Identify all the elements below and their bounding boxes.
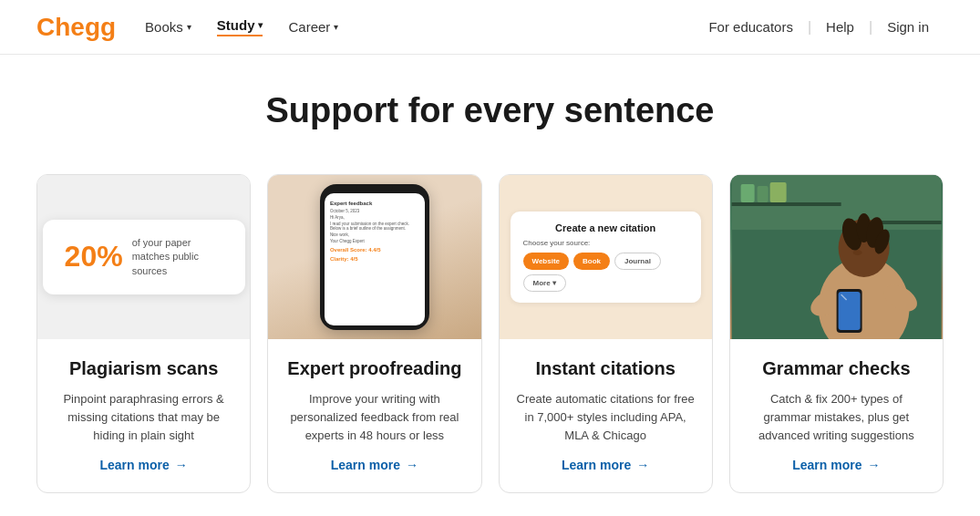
phone-line-5: Your Chegg Expert — [330, 239, 419, 243]
svg-rect-4 — [740, 184, 754, 202]
nav-help[interactable]: Help — [811, 19, 869, 35]
phone-hand-wrap: Expert feedback October 5, 2023 Hi Arya,… — [268, 175, 480, 339]
books-chevron: ▾ — [187, 22, 191, 32]
phone-line-3: I read your submission on the expert che… — [330, 222, 419, 231]
citation-box-title: Create a new citation — [523, 222, 688, 233]
career-chevron: ▾ — [334, 22, 338, 32]
citations-desc: Create automatic citations for free in 7… — [516, 390, 696, 445]
phone-clarity: Clarity: 4/5 — [330, 256, 419, 262]
citations-card-image: Create a new citation Choose your source… — [500, 175, 712, 339]
percent-description: of your paper matches public sources — [132, 236, 223, 278]
plagiarism-title: Plagiarism scans — [54, 357, 233, 379]
grammar-photo-svg — [730, 175, 943, 339]
proofreading-arrow-icon: → — [406, 458, 418, 472]
grammar-arrow-icon: → — [868, 458, 881, 472]
proofreading-card-image: Expert feedback October 5, 2023 Hi Arya,… — [268, 175, 480, 339]
citation-journal-btn[interactable]: Journal — [614, 253, 661, 270]
study-chevron: ▾ — [258, 20, 263, 30]
navbar: Chegg Books ▾ Study ▾ Career ▾ For educa… — [0, 0, 980, 55]
proofreading-title: Expert proofreading — [284, 357, 464, 379]
citations-arrow-icon: → — [636, 458, 649, 472]
nav-career[interactable]: Career ▾ — [288, 19, 338, 35]
svg-rect-17 — [838, 292, 860, 330]
cards-grid: 20% of your paper matches public sources… — [36, 174, 944, 493]
percent-box: 20% of your paper matches public sources — [43, 220, 245, 294]
svg-rect-2 — [731, 202, 841, 206]
nav-for-educators[interactable]: For educators — [694, 19, 808, 35]
citation-website-btn[interactable]: Website — [523, 253, 570, 270]
plagiarism-card-image: 20% of your paper matches public sources — [37, 175, 250, 339]
phone-notch — [356, 184, 393, 191]
plagiarism-arrow-icon: → — [175, 458, 188, 472]
plagiarism-learn-more[interactable]: Learn more → — [54, 458, 233, 472]
grammar-photo — [730, 175, 943, 339]
proofreading-learn-more[interactable]: Learn more → — [284, 458, 464, 472]
citations-card: Create a new citation Choose your source… — [499, 174, 713, 493]
grammar-card-image — [730, 175, 943, 339]
svg-rect-5 — [757, 186, 768, 202]
citation-more-btn[interactable]: More ▾ — [523, 274, 566, 292]
chegg-logo[interactable]: Chegg — [36, 13, 116, 42]
svg-rect-6 — [769, 182, 786, 202]
nav-sign-in[interactable]: Sign in — [872, 19, 944, 35]
nav-links: Books ▾ Study ▾ Career ▾ — [145, 17, 338, 36]
citation-buttons: Website Book Journal More ▾ — [523, 253, 688, 292]
nav-study[interactable]: Study ▾ — [217, 17, 263, 36]
proofreading-desc: Improve your writing with personalized f… — [284, 390, 464, 445]
phone-line-4: Nice work, — [330, 232, 419, 237]
citations-learn-more[interactable]: Learn more → — [516, 458, 696, 472]
phone-line-2: Hi Arya, — [330, 215, 419, 220]
proofreading-card: Expert feedback October 5, 2023 Hi Arya,… — [267, 174, 481, 493]
proofreading-card-body: Expert proofreading Improve your writing… — [268, 339, 480, 492]
percent-number: 20% — [65, 240, 123, 273]
phone-screen: Expert feedback October 5, 2023 Hi Arya,… — [325, 193, 425, 325]
plagiarism-card-body: Plagiarism scans Pinpoint paraphrasing e… — [37, 339, 250, 492]
main-content: Support for every sentence 20% of your p… — [0, 55, 980, 516]
phone-overall-score: Overall Score: 4.4/5 — [330, 247, 419, 253]
phone-mockup: Expert feedback October 5, 2023 Hi Arya,… — [320, 184, 429, 330]
nav-left: Chegg Books ▾ Study ▾ Career ▾ — [36, 13, 338, 42]
grammar-desc: Catch & fix 200+ types of grammar mistak… — [747, 390, 926, 445]
citations-title: Instant citations — [516, 357, 696, 379]
phone-line-1: October 5, 2023 — [330, 209, 419, 213]
nav-books[interactable]: Books ▾ — [145, 19, 191, 35]
plagiarism-card: 20% of your paper matches public sources… — [36, 174, 251, 493]
grammar-card: Grammar checks Catch & fix 200+ types of… — [729, 174, 944, 493]
nav-right: For educators | Help | Sign in — [694, 19, 944, 36]
citation-box: Create a new citation Choose your source… — [511, 212, 701, 303]
svg-point-13 — [852, 250, 861, 255]
grammar-title: Grammar checks — [747, 357, 926, 379]
plagiarism-desc: Pinpoint paraphrasing errors & missing c… — [54, 390, 233, 445]
citation-book-btn[interactable]: Book — [573, 253, 610, 270]
phone-screen-title: Expert feedback — [330, 201, 419, 206]
grammar-learn-more[interactable]: Learn more → — [747, 458, 926, 472]
citation-box-subtitle: Choose your source: — [523, 239, 688, 247]
page-headline: Support for every sentence — [36, 91, 944, 130]
citations-card-body: Instant citations Create automatic citat… — [500, 339, 712, 492]
grammar-card-body: Grammar checks Catch & fix 200+ types of… — [730, 339, 943, 492]
